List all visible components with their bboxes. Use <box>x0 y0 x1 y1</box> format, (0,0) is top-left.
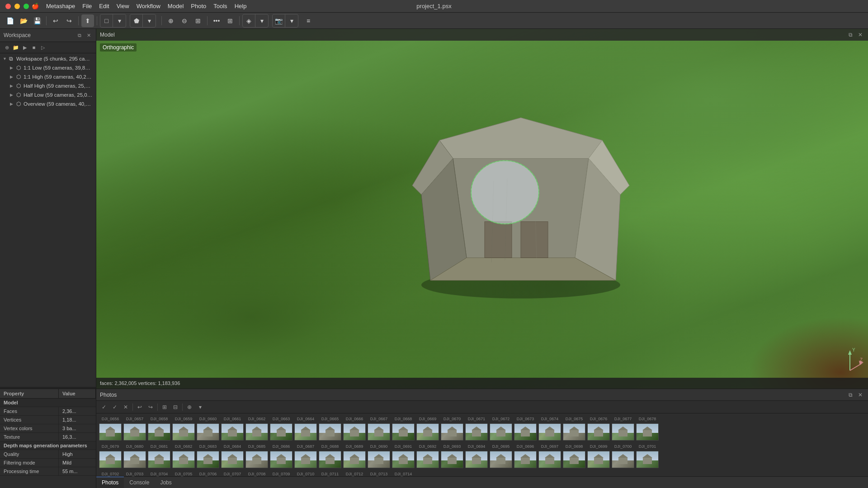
photo-thumbnail-cell[interactable] <box>147 422 171 442</box>
photos-tb-filter[interactable]: ⊕ <box>184 402 194 412</box>
tree-item-chunk-0[interactable]: ▶ ⬡ 1:1 Low (59 cameras, 39,889 points) <box>0 63 96 72</box>
photo-thumbnail[interactable] <box>148 451 170 468</box>
model-viewport[interactable]: Model ⧉ ✕ Orthographic Y Z <box>96 29 868 389</box>
tb-new[interactable]: 📄 <box>4 14 16 27</box>
photo-thumbnail-cell[interactable] <box>611 422 635 442</box>
photo-thumbnail[interactable] <box>563 451 585 468</box>
tab-jobs[interactable]: Jobs <box>155 477 177 488</box>
photos-tb-check2[interactable]: ✓ <box>110 402 120 412</box>
tb-undo[interactable]: ↩ <box>49 14 62 27</box>
photo-thumbnail[interactable] <box>416 451 439 468</box>
tree-item-chunk-1[interactable]: ▶ ⬡ 1:1 High (59 cameras, 40,227 points) <box>0 72 96 81</box>
tb-fit[interactable]: ⊞ <box>192 14 204 27</box>
tree-item-workspace[interactable]: ▼ ⧉ Workspace (5 chunks, 295 cameras) <box>0 54 96 63</box>
photo-thumbnail[interactable] <box>343 423 366 441</box>
tb-grid[interactable]: ⊞ <box>224 14 236 27</box>
tb-zoom-out[interactable]: ⊖ <box>178 14 191 27</box>
tb-shading-dropdown[interactable]: ▾ <box>255 14 268 27</box>
tb-shading[interactable]: ◈ <box>243 14 255 27</box>
window-controls[interactable] <box>5 4 29 9</box>
photo-thumbnail[interactable] <box>490 451 512 468</box>
photo-thumbnail-cell[interactable] <box>513 422 538 442</box>
menu-apple[interactable]: 🍎 <box>32 3 39 9</box>
tb-camera[interactable]: 📷 <box>273 14 285 27</box>
ws-add-btn[interactable]: ⊕ <box>3 43 11 52</box>
close-button[interactable] <box>5 4 11 9</box>
tb-layers[interactable]: ≡ <box>302 14 315 27</box>
photo-thumbnail-cell[interactable] <box>220 422 245 442</box>
photo-thumbnail-cell[interactable] <box>171 422 196 442</box>
photo-thumbnail[interactable] <box>441 423 463 441</box>
photo-thumbnail[interactable] <box>221 451 244 468</box>
photo-thumbnail[interactable] <box>172 423 195 441</box>
tb-save[interactable]: 💾 <box>31 14 43 27</box>
menu-model[interactable]: Model <box>168 3 184 9</box>
tab-photos[interactable]: Photos <box>96 477 124 488</box>
photo-thumbnail[interactable] <box>465 451 488 468</box>
photo-thumbnail-cell[interactable] <box>98 450 123 469</box>
photo-thumbnail-cell[interactable] <box>196 450 220 469</box>
menu-photo[interactable]: Photo <box>191 3 206 9</box>
tb-open[interactable]: 📂 <box>17 14 30 27</box>
photo-thumbnail[interactable] <box>563 423 585 441</box>
photo-thumbnail[interactable] <box>416 423 439 441</box>
photo-thumbnail-cell[interactable] <box>293 450 318 469</box>
photo-thumbnail-cell[interactable] <box>415 422 440 442</box>
photo-thumbnail-cell[interactable] <box>318 422 342 442</box>
photo-thumbnail-cell[interactable] <box>342 450 367 469</box>
photo-thumbnail-cell[interactable] <box>196 422 220 442</box>
photo-thumbnail-cell[interactable] <box>391 422 415 442</box>
photo-thumbnail[interactable] <box>465 423 488 441</box>
photo-thumbnail[interactable] <box>368 423 390 441</box>
photo-thumbnail[interactable] <box>636 423 659 441</box>
photo-thumbnail[interactable] <box>270 451 292 468</box>
menu-workflow[interactable]: Workflow <box>137 3 160 9</box>
photo-thumbnail-cell[interactable] <box>367 450 391 469</box>
photo-thumbnail-cell[interactable] <box>220 450 245 469</box>
maximize-button[interactable] <box>24 4 29 9</box>
photo-thumbnail[interactable] <box>612 423 634 441</box>
photo-thumbnail[interactable] <box>245 423 268 441</box>
photo-thumbnail-cell[interactable] <box>245 422 269 442</box>
ws-play-btn[interactable]: ▶ <box>21 43 29 52</box>
tb-rect-select[interactable]: □ <box>100 14 113 27</box>
tb-camera-dropdown[interactable]: ▾ <box>285 14 298 27</box>
photo-thumbnail[interactable] <box>392 451 415 468</box>
photo-thumbnail-cell[interactable] <box>342 422 367 442</box>
panel-float-btn[interactable]: ⧉ <box>846 31 854 39</box>
photo-thumbnail-cell[interactable] <box>538 422 562 442</box>
ws-folder-btn[interactable]: 📁 <box>12 43 20 52</box>
photo-thumbnail[interactable] <box>587 423 610 441</box>
ws-stop-btn[interactable]: ■ <box>30 43 38 52</box>
tb-select-dropdown[interactable]: ▾ <box>113 14 126 27</box>
workspace-float-btn[interactable]: ⧉ <box>76 32 83 39</box>
tree-item-chunk-3[interactable]: ▶ ⬡ Half Low (59 cameras, 25,051 points) <box>0 90 96 99</box>
photo-thumbnail[interactable] <box>441 451 463 468</box>
tree-item-chunk-4[interactable]: ▶ ⬡ Overview (59 cameras, 40,227 poin... <box>0 99 96 108</box>
photo-thumbnail[interactable] <box>294 451 317 468</box>
photos-tb-forward[interactable]: ↪ <box>146 402 156 412</box>
photo-thumbnail[interactable] <box>123 451 146 468</box>
photos-tb-x[interactable]: ✕ <box>121 402 131 412</box>
menu-tools[interactable]: Tools <box>213 3 227 9</box>
photo-thumbnail[interactable] <box>538 451 561 468</box>
tb-points[interactable]: ••• <box>210 14 223 27</box>
photo-thumbnail[interactable] <box>612 451 634 468</box>
photo-thumbnail[interactable] <box>221 423 244 441</box>
photo-thumbnail-cell[interactable] <box>635 422 660 442</box>
photo-thumbnail[interactable] <box>514 451 537 468</box>
photo-thumbnail-cell[interactable] <box>245 450 269 469</box>
photo-thumbnail[interactable] <box>197 423 219 441</box>
photo-thumbnail-cell[interactable] <box>464 422 489 442</box>
photo-thumbnail[interactable] <box>99 451 122 468</box>
photo-thumbnail[interactable] <box>123 423 146 441</box>
photo-thumbnail[interactable] <box>99 423 122 441</box>
photos-tb-grid[interactable]: ⊟ <box>170 402 180 412</box>
photo-thumbnail[interactable] <box>319 423 341 441</box>
photo-thumbnail[interactable] <box>148 423 170 441</box>
tb-cursor[interactable]: ⬆ <box>81 14 94 27</box>
photo-thumbnail-cell[interactable] <box>318 450 342 469</box>
photo-thumbnail[interactable] <box>245 451 268 468</box>
photo-thumbnail-cell[interactable] <box>440 450 464 469</box>
photo-thumbnail-cell[interactable] <box>367 422 391 442</box>
